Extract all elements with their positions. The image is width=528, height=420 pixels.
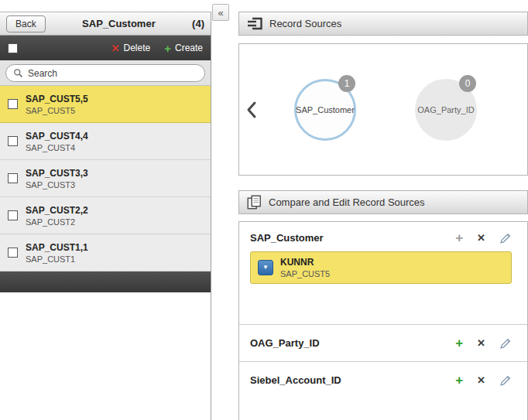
carousel-prev-button[interactable] xyxy=(246,101,257,119)
search-bar xyxy=(0,60,211,86)
row-subtitle: SAP_CUST2 xyxy=(26,217,88,227)
search-icon xyxy=(13,68,23,78)
source-count-badge: 1 xyxy=(338,75,355,92)
section-head: Siebel_Account_ID + ✕ xyxy=(250,374,512,387)
search-box[interactable] xyxy=(5,64,205,82)
row-subtitle: SAP_CUST1 xyxy=(26,254,88,264)
row-text: SAP_CUST2,2 SAP_CUST2 xyxy=(26,205,88,227)
select-all-checkbox[interactable] xyxy=(8,43,18,53)
row-checkbox[interactable] xyxy=(8,173,18,183)
row-text: SAP_CUST1,1 SAP_CUST1 xyxy=(26,242,88,264)
compare-pages-icon xyxy=(247,195,262,210)
remove-mapping-button[interactable]: ✕ xyxy=(477,375,485,385)
add-mapping-button[interactable]: + xyxy=(455,374,463,387)
record-sources-carousel: SAP_Customer 1 OAG_Party_ID 0 xyxy=(238,43,528,176)
source-count-badge: 0 xyxy=(459,75,476,92)
section-actions: + ✕ xyxy=(455,374,512,387)
row-title: SAP_CUST4,4 xyxy=(26,131,88,142)
field-name: KUNNR xyxy=(280,257,330,268)
compare-section-sap-customer: SAP_Customer + ✕ ▼ KUNNR SAP_CUST5 xyxy=(239,222,527,324)
delete-label: Delete xyxy=(124,43,151,53)
source-circle-sap-customer[interactable]: SAP_Customer 1 xyxy=(294,79,356,141)
create-label: Create xyxy=(175,43,203,53)
field-dropdown-button[interactable]: ▼ xyxy=(258,260,273,275)
source-circle-label: SAP_Customer xyxy=(296,105,355,114)
row-title: SAP_CUST1,1 xyxy=(26,242,88,253)
section-actions: + ✕ xyxy=(455,231,512,244)
row-title: SAP_CUST2,2 xyxy=(26,205,88,216)
compare-edit-header: Compare and Edit Record Sources xyxy=(238,190,528,214)
create-button[interactable]: + Create xyxy=(164,43,203,54)
list-item[interactable]: SAP_CUST2,2 SAP_CUST2 xyxy=(0,197,211,234)
compare-section-siebel-account-id: Siebel_Account_ID + ✕ xyxy=(239,362,527,398)
record-list-panel: Back SAP_Customer (4) ✕ Delete + Create xyxy=(0,12,211,420)
back-button[interactable]: Back xyxy=(6,15,46,32)
field-value: SAP_CUST5 xyxy=(280,269,330,278)
list-toolbar: ✕ Delete + Create xyxy=(0,36,211,60)
list-item[interactable]: SAP_CUST1,1 SAP_CUST1 xyxy=(0,234,211,271)
compare-edit-panel: SAP_Customer + ✕ ▼ KUNNR SAP_CUST5 xyxy=(238,221,528,420)
section-name: Siebel_Account_ID xyxy=(250,374,455,386)
row-title: SAP_CUST3,3 xyxy=(26,168,88,179)
remove-mapping-button[interactable]: ✕ xyxy=(477,338,485,348)
app-root: Back SAP_Customer (4) ✕ Delete + Create xyxy=(0,0,528,420)
section-name: SAP_Customer xyxy=(250,232,455,244)
source-circle-label: OAG_Party_ID xyxy=(417,105,474,114)
field-text: KUNNR SAP_CUST5 xyxy=(280,257,330,278)
row-text: SAP_CUST3,3 SAP_CUST3 xyxy=(26,168,88,190)
row-checkbox[interactable] xyxy=(8,136,18,146)
edit-pencil-button[interactable] xyxy=(499,374,512,387)
delete-icon: ✕ xyxy=(111,43,120,53)
row-checkbox[interactable] xyxy=(8,248,18,258)
source-circle-oag-party-id[interactable]: OAG_Party_ID 0 xyxy=(415,79,477,141)
list-item[interactable]: SAP_CUST4,4 SAP_CUST4 xyxy=(0,123,211,160)
add-mapping-button[interactable]: + xyxy=(455,336,463,350)
section-spacer xyxy=(250,284,512,315)
record-sources-title: Record Sources xyxy=(269,18,341,29)
collapse-icon: « xyxy=(218,7,223,19)
row-text: SAP_CUST4,4 SAP_CUST4 xyxy=(26,131,88,152)
record-sources-header: Record Sources xyxy=(238,12,528,36)
edit-pencil-button[interactable] xyxy=(499,337,512,350)
row-text: SAP_CUST5,5 SAP_CUST5 xyxy=(26,94,88,115)
create-icon: + xyxy=(164,43,171,54)
row-subtitle: SAP_CUST5 xyxy=(26,106,88,115)
delete-button[interactable]: ✕ Delete xyxy=(111,43,151,53)
dropdown-arrow-icon: ▼ xyxy=(262,265,269,271)
list-item[interactable]: SAP_CUST3,3 SAP_CUST3 xyxy=(0,160,211,197)
row-subtitle: SAP_CUST3 xyxy=(26,180,88,190)
mapped-field-row[interactable]: ▼ KUNNR SAP_CUST5 xyxy=(250,251,512,284)
remove-mapping-button[interactable]: ✕ xyxy=(477,233,485,243)
row-subtitle: SAP_CUST4 xyxy=(26,143,88,152)
list-item[interactable]: SAP_CUST5,5 SAP_CUST5 xyxy=(0,86,211,123)
list-header: Back SAP_Customer (4) xyxy=(0,12,211,36)
compare-edit-title: Compare and Edit Record Sources xyxy=(269,196,425,208)
add-mapping-button[interactable]: + xyxy=(455,231,463,244)
row-checkbox[interactable] xyxy=(8,99,18,109)
row-checkbox[interactable] xyxy=(8,210,18,220)
section-head: OAG_Party_ID + ✕ xyxy=(250,336,512,350)
section-actions: + ✕ xyxy=(455,336,512,350)
section-name: OAG_Party_ID xyxy=(250,337,455,349)
row-title: SAP_CUST5,5 xyxy=(26,94,88,104)
collapse-panel-button[interactable]: « xyxy=(212,4,229,21)
record-count: (4) xyxy=(192,18,204,29)
search-input[interactable] xyxy=(28,68,197,79)
list-title: SAP_Customer xyxy=(46,18,192,29)
compare-section-oag-party-id: OAG_Party_ID + ✕ xyxy=(239,325,527,361)
list-footer-bar xyxy=(0,271,211,292)
record-sources-icon xyxy=(247,17,262,30)
section-head: SAP_Customer + ✕ xyxy=(250,231,512,244)
edit-pencil-button[interactable] xyxy=(499,232,512,244)
